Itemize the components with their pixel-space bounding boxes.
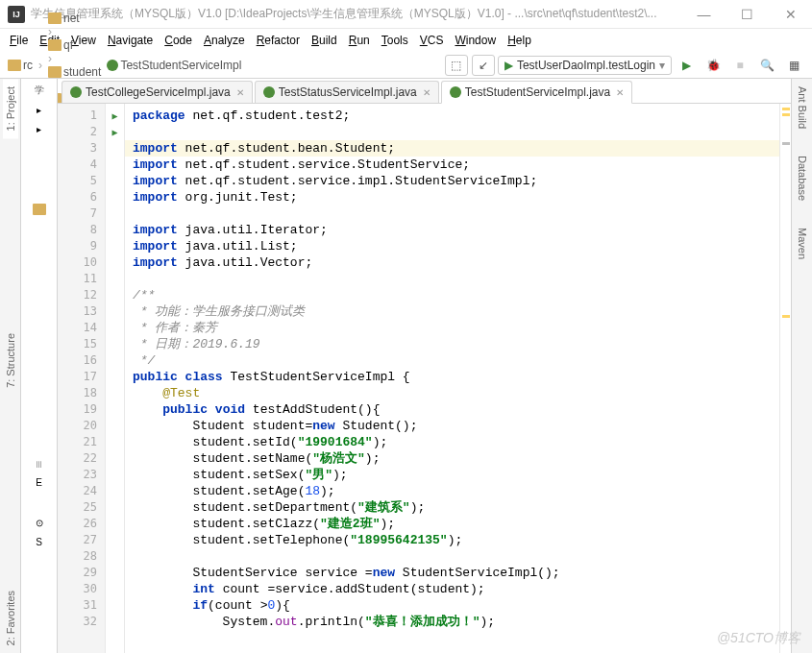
editor-tab[interactable]: TestStatusServiceImpl.java✕ [255,81,439,103]
close-icon[interactable]: ✕ [234,87,244,98]
watermark: @51CTO博客 [717,630,800,647]
class-label: E [31,474,48,490]
status-label: S [31,534,48,549]
tool-tab[interactable]: Database [795,148,810,208]
maximize-button[interactable]: ☐ [726,0,769,29]
tree-arrow-icon[interactable]: ▸ [31,102,48,117]
fwd-button[interactable]: ↙ [472,55,495,76]
more-button[interactable]: ▦ [782,55,805,76]
stop-button[interactable]: ■ [728,55,751,76]
run-icon: ▶ [504,59,513,72]
project-tool-window[interactable]: 学 ▸ ▸ ⫼ E ⊙ S [21,79,58,653]
tool-tab[interactable]: 1: Project [3,79,18,138]
class-icon [450,86,461,98]
close-icon[interactable]: ✕ [614,87,624,98]
menu-build[interactable]: Build [306,32,343,49]
tool-tab[interactable]: 2: Favorites [3,583,18,653]
tree-arrow-icon[interactable]: ▸ [31,121,48,136]
folder-icon[interactable] [33,204,46,215]
close-button[interactable]: ✕ [769,0,812,29]
run-config-selector[interactable]: ▶ TestUserDaoImpl.testLogin ▾ [498,56,672,75]
sort-icon[interactable]: ⊙ [31,515,48,530]
nav-toolbar: rc › net›qf›student›test2› TestStudentSe… [0,52,812,79]
breadcrumb-item[interactable]: student [46,65,103,79]
menu-tools[interactable]: Tools [376,32,414,49]
debug-button[interactable]: 🐞 [701,55,725,76]
structure-icon: ⫼ [31,455,48,471]
right-tool-stripe: Ant BuildDatabaseMaven [791,79,812,653]
left-tool-stripe: 1: Project7: Structure2: Favorites [0,79,21,653]
run-button[interactable]: ▶ [675,55,698,76]
search-button[interactable]: 🔍 [755,55,778,76]
breadcrumb-item[interactable]: qf [46,38,103,52]
menu-run[interactable]: Run [343,32,376,49]
tool-tab[interactable]: Maven [795,220,810,267]
line-number-gutter[interactable]: 1234567891011121314151617181920212223242… [58,104,106,653]
minimize-button[interactable]: — [682,0,726,29]
menu-help[interactable]: Help [502,32,537,49]
editor-tabs: TestCollegeServiceImpl.java✕TestStatusSe… [58,79,791,104]
menu-window[interactable]: Window [449,32,502,49]
code-editor[interactable]: package net.qf.student.test2;import net.… [125,104,779,653]
class-icon [107,60,118,71]
menu-vcs[interactable]: VCS [414,32,450,49]
editor-tab[interactable]: TestCollegeServiceImpl.java✕ [62,81,253,103]
tool-tab[interactable]: 7: Structure [3,326,18,396]
back-button[interactable]: ⬚ [445,55,468,76]
editor-tab[interactable]: TestStudentServiceImpl.java✕ [441,81,632,104]
menu-refactor[interactable]: Refactor [251,32,306,49]
breadcrumb-item[interactable]: net [46,12,103,25]
tool-tab[interactable]: Ant Build [795,79,810,136]
folder-icon [8,60,21,71]
annotation-gutter[interactable]: ▶▶ [106,104,125,653]
error-stripe[interactable] [779,104,791,653]
project-label: 学 [31,83,48,98]
close-icon[interactable]: ✕ [421,87,431,98]
class-icon [70,86,82,98]
class-icon [263,86,275,98]
